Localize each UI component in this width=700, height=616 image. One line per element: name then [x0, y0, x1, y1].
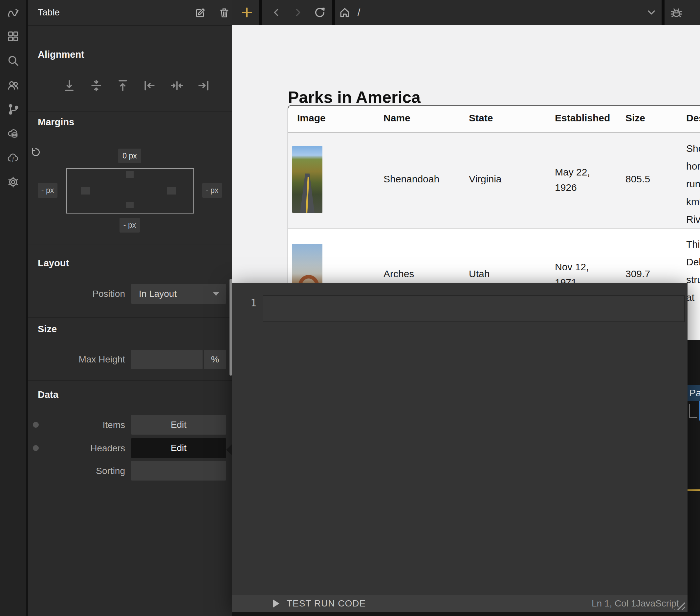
max-height-input[interactable]	[131, 350, 203, 369]
chevron-down-icon[interactable]	[640, 0, 663, 25]
search-icon[interactable]	[0, 49, 26, 73]
park-thumbnail-shenandoah	[292, 146, 322, 213]
margins-diagram	[66, 168, 194, 214]
headers-edit-button[interactable]: Edit	[131, 438, 226, 458]
side-panel-divider-fragment	[688, 489, 700, 491]
margins-heading: Margins	[38, 117, 74, 128]
test-run-code-button[interactable]: TEST RUN CODE	[287, 598, 366, 609]
align-middle-icon[interactable]	[88, 78, 104, 93]
divider	[28, 25, 232, 26]
cloud-functions-icon[interactable]: f	[0, 146, 26, 170]
panel-scrollbar[interactable]	[229, 279, 232, 375]
cell-description: Thi Del stru at	[686, 235, 700, 306]
chevron-down-icon	[213, 292, 219, 296]
margin-top-value[interactable]: 0 px	[118, 149, 141, 163]
add-screen-button[interactable]	[235, 0, 259, 25]
component-settings-panel: Table Alignment Margi	[28, 0, 232, 616]
users-icon[interactable]	[0, 73, 26, 97]
settings-gear-icon[interactable]	[0, 170, 26, 194]
position-select[interactable]: In Layout	[131, 284, 226, 304]
divider	[28, 381, 232, 381]
home-icon[interactable]	[333, 0, 356, 25]
cell-established: May 22, 1926	[555, 164, 612, 195]
margin-top-handle[interactable]	[126, 171, 134, 178]
edit-component-icon[interactable]	[194, 7, 207, 19]
side-panel-fragment: Pa	[688, 340, 700, 616]
nav-forward-icon[interactable]	[286, 0, 309, 25]
size-heading: Size	[38, 324, 57, 335]
divider	[28, 112, 232, 112]
cell-name: Shenandoah	[384, 174, 439, 185]
margin-left-value[interactable]: - px	[38, 183, 58, 198]
cell-state: Virginia	[469, 174, 502, 185]
preview-toolbar: /	[232, 0, 700, 25]
debug-bug-icon[interactable]	[665, 0, 688, 25]
editor-line-number: 1	[245, 297, 257, 309]
side-panel-accent-fragment	[699, 401, 700, 421]
cell-size: 805.5	[625, 174, 650, 185]
nav-back-icon[interactable]	[265, 0, 288, 25]
position-select-value: In Layout	[139, 288, 177, 299]
editor-language: JavaScript	[636, 598, 679, 609]
git-branch-icon[interactable]	[0, 97, 26, 121]
align-center-icon[interactable]	[169, 78, 185, 93]
items-edit-button[interactable]: Edit	[131, 415, 226, 435]
align-right-icon[interactable]	[195, 78, 211, 93]
margin-bottom-value[interactable]: - px	[120, 218, 140, 233]
bottom-gap	[232, 612, 700, 616]
delete-component-icon[interactable]	[218, 7, 230, 19]
margin-right-value[interactable]: - px	[202, 183, 222, 198]
toolbar-divider	[662, 0, 664, 25]
items-label: Items	[38, 420, 125, 431]
headers-label: Headers	[38, 443, 125, 454]
app-logo-icon[interactable]	[0, 0, 26, 24]
col-header-image: Image	[297, 113, 326, 124]
route-path[interactable]: /	[358, 0, 360, 25]
max-height-unit: %	[204, 350, 226, 369]
data-heading: Data	[38, 389, 59, 400]
divider	[28, 244, 232, 244]
sorting-control[interactable]	[131, 461, 226, 480]
svg-text:f: f	[12, 155, 14, 162]
side-panel-header-fragment: Pa	[688, 385, 700, 401]
cell-size: 309.7	[625, 268, 650, 280]
left-nav-rail: f	[0, 0, 26, 616]
align-top-icon[interactable]	[115, 78, 131, 93]
col-header-name: Name	[384, 113, 410, 124]
page-title: Parks in America	[288, 88, 421, 107]
position-label: Position	[38, 288, 125, 299]
col-header-established: Established	[555, 113, 610, 124]
datasources-icon[interactable]	[0, 121, 26, 146]
refresh-icon[interactable]	[308, 0, 331, 25]
col-header-description: Des	[686, 113, 700, 124]
layout-heading: Layout	[38, 258, 69, 269]
cell-description: She hor run km² Riv	[686, 140, 700, 228]
cell-state: Utah	[469, 268, 489, 280]
sorting-label: Sorting	[38, 466, 125, 476]
editor-code-input[interactable]	[263, 295, 685, 322]
toolbar-divider	[259, 0, 262, 25]
side-panel-bracket-fragment	[689, 404, 697, 418]
screens-grid-icon[interactable]	[0, 24, 26, 49]
binding-code-editor-popover: 1 TEST RUN CODE Ln 1, Col 1 JavaScript	[232, 283, 688, 612]
cursor-position: Ln 1, Col 1	[592, 598, 636, 609]
margin-right-handle[interactable]	[167, 187, 176, 194]
col-header-state: State	[469, 113, 493, 124]
margin-left-handle[interactable]	[81, 187, 90, 194]
play-icon[interactable]	[273, 600, 279, 607]
max-height-label: Max Height	[38, 354, 125, 365]
align-left-icon[interactable]	[142, 78, 158, 93]
col-header-size: Size	[625, 113, 645, 124]
panel-title: Table	[38, 7, 60, 18]
align-bottom-icon[interactable]	[61, 78, 77, 93]
editor-bottom-bar: TEST RUN CODE Ln 1, Col 1 JavaScript	[232, 595, 688, 612]
alignment-heading: Alignment	[38, 49, 84, 60]
cell-name: Arches	[384, 268, 414, 280]
popover-caret	[226, 444, 232, 455]
margin-bottom-handle[interactable]	[126, 202, 134, 208]
divider	[28, 317, 232, 318]
reset-margins-icon[interactable]	[30, 146, 42, 158]
